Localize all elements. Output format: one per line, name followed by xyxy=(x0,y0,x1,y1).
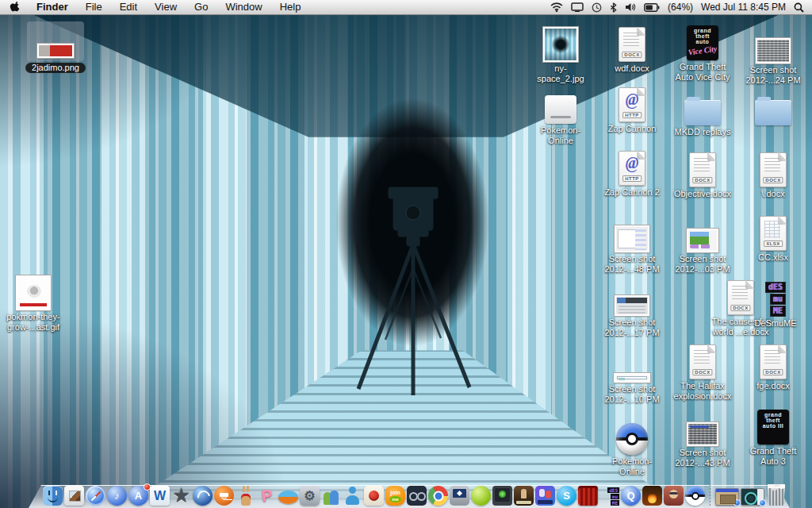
dock-item-dock-separator xyxy=(707,485,714,506)
icon-label: wdf.docx xyxy=(592,64,672,74)
time-machine-icon[interactable] xyxy=(592,2,602,13)
desktop-icon-screenshot-24pm[interactable]: Screen shot2012-...24 PM xyxy=(733,24,812,86)
dock-item-quicktime[interactable]: Q xyxy=(621,486,641,506)
dock-item-minimized-window-1[interactable] xyxy=(715,488,739,506)
dock-item-red-curtain-app[interactable] xyxy=(578,486,598,506)
dock-item-blue-swirl-orb-app[interactable] xyxy=(193,486,213,506)
menu-items: FinderFileEditViewGoWindowHelp xyxy=(28,0,309,14)
dock-item-rabbit-character-game[interactable] xyxy=(236,486,255,506)
icon-label: The Halifaxexplosion.docx xyxy=(663,381,742,402)
shot-window-icon xyxy=(603,213,661,252)
desktop-icon-zap-cannon-2[interactable]: @HTTPZap Cannon 2 xyxy=(592,146,672,198)
webloc-icon: @HTTP xyxy=(603,146,661,186)
quicktime-glyph: Q xyxy=(621,486,641,506)
dock-item-safari[interactable] xyxy=(86,486,105,506)
dock-item-ds-emulator[interactable] xyxy=(450,486,469,506)
desktop-icon-screenshot-03pm[interactable]: Screen shot2012-...03 PM xyxy=(663,213,742,275)
dock-item-paintbrush-p-app[interactable]: P xyxy=(257,486,277,506)
desktop-icon-wdf-docx[interactable]: DOCXwdf.docx xyxy=(592,22,672,74)
icon-label: Objective.docx xyxy=(663,189,742,199)
desktop-icon-pokmon-gif[interactable]: pokmon-they-grow-...ast.gif xyxy=(0,271,73,333)
dock-item-finder[interactable] xyxy=(43,486,63,506)
menu-item-file[interactable]: File xyxy=(77,0,111,14)
apple-menu[interactable] xyxy=(10,2,20,13)
wifi-icon[interactable] xyxy=(550,2,563,12)
desmume-text: mu xyxy=(611,494,619,499)
desktop-icon-halifax-docx[interactable]: DOCXThe Halifaxexplosion.docx xyxy=(663,340,742,402)
desktop-icon-desmume[interactable]: dESmuMEDeSmuME xyxy=(736,277,812,329)
dock-item-messenger[interactable] xyxy=(321,486,341,506)
dock-item-app-store[interactable]: A xyxy=(128,486,148,506)
apple-icon xyxy=(10,2,20,13)
dock-item-rover-game[interactable] xyxy=(214,486,234,506)
battery-percent[interactable]: (64%) xyxy=(668,2,693,13)
dock-item-skype[interactable]: S xyxy=(557,486,576,506)
menu-status-area: (64%) Wed Jul 11 8:45 PM xyxy=(550,2,812,13)
desktop-icon-gta-3[interactable]: grandtheftauto IIIGrand TheftAuto 3 xyxy=(733,405,812,467)
docx-icon: DOCX xyxy=(674,148,731,187)
desktop-icon-pokemon-online-drive[interactable]: Pokemon-Online xyxy=(521,84,600,146)
dock-item-boat-game[interactable] xyxy=(278,486,298,506)
dock-item-desmume-dock[interactable]: dESmuME xyxy=(599,486,619,506)
menu-item-window[interactable]: Window xyxy=(216,0,270,14)
skype-glyph: S xyxy=(557,486,576,506)
dock-item-join-me[interactable]: joinme xyxy=(385,486,405,506)
dock-item-itunes[interactable]: ♪ xyxy=(107,486,127,506)
shot-noise-icon xyxy=(745,24,802,64)
desktop-icon-pokemon-online-app[interactable]: Pokemon-Online xyxy=(592,415,672,477)
dock-item-retro-monitor-app[interactable] xyxy=(492,486,512,506)
desktop-icon-zap-cannon[interactable]: @HTTPZap Cannon xyxy=(592,83,672,134)
dock-item-preview[interactable] xyxy=(64,486,84,506)
desktop-icon-screenshot-17pm[interactable]: Screen shot2012-...17 PM xyxy=(592,276,672,338)
icon-label: Screen shot2012-...17 PM xyxy=(592,318,672,338)
dock-item-trash[interactable] xyxy=(766,484,787,506)
desktop-icon-unnamed-folder[interactable] xyxy=(733,86,812,127)
menu-item-go[interactable]: Go xyxy=(186,0,216,14)
menu-item-view[interactable]: View xyxy=(146,0,186,14)
dock-item-pokemon-online-dock[interactable] xyxy=(685,486,705,506)
icon-label: ny-space_2.jpg xyxy=(521,64,600,84)
desktop-icon-cc-xlsx[interactable]: XLSXCC.xlsx xyxy=(733,211,812,263)
drive-icon xyxy=(532,84,589,124)
thumb-red-icon xyxy=(27,21,84,61)
icon-label: Screen shot2012-...48 PM xyxy=(592,254,672,275)
dock-item-msn-person-app[interactable] xyxy=(343,486,362,506)
icon-label: fge.docx xyxy=(733,381,812,391)
desktop-icon-screenshot-10pm[interactable]: Screen shot2012-...10 PM xyxy=(592,343,672,405)
dock-item-green-orb-emulator[interactable] xyxy=(471,486,491,506)
display-icon[interactable] xyxy=(571,2,584,12)
desktop-icon-screenshot-48pm[interactable]: Screen shot2012-...48 PM xyxy=(592,213,672,275)
icon-label: \.docx xyxy=(733,189,812,199)
desktop-icon-screenshot-43pm[interactable]: Screen shot2012-...43 PM xyxy=(663,406,742,468)
desktop-icon-ny-space-2[interactable]: ny-space_2.jpg xyxy=(521,22,600,84)
icon-label: Pokemon-Online xyxy=(521,125,600,146)
bluetooth-icon[interactable] xyxy=(610,2,617,13)
desktop-icon-mkdd-replays[interactable]: MKDD replays xyxy=(663,86,742,137)
dock-item-goggles-character-game[interactable] xyxy=(664,486,684,506)
icon-label: pokmon-they-grow-...ast.gif xyxy=(0,312,73,333)
docx-icon: DOCX xyxy=(674,340,731,379)
desktop-icon-gta-vice-city[interactable]: grandtheftautoVice CityGrand TheftAuto V… xyxy=(663,21,742,83)
dock-item-system-preferences[interactable]: ⚙ xyxy=(300,486,320,506)
dock-item-goggles-app[interactable] xyxy=(407,486,427,506)
desktop-icon-fge-docx[interactable]: DOCXfge.docx xyxy=(733,340,812,391)
dock-item-flame-game[interactable] xyxy=(642,486,662,506)
desktop-icon-2jadimo[interactable]: 2jadimo.png xyxy=(16,21,95,73)
menu-item-edit[interactable]: Edit xyxy=(111,0,146,14)
menu-clock[interactable]: Wed Jul 11 8:45 PM xyxy=(701,2,786,13)
spotlight-icon[interactable] xyxy=(794,2,804,13)
menu-item-help[interactable]: Help xyxy=(271,0,310,14)
battery-icon[interactable] xyxy=(644,3,660,12)
desktop-icon-objective-docx[interactable]: DOCXObjective.docx xyxy=(663,148,742,199)
desktop-icon-backslash-docx[interactable]: DOCX\.docx xyxy=(733,148,812,199)
menu-item-finder[interactable]: Finder xyxy=(28,0,77,14)
volume-icon[interactable] xyxy=(625,2,636,12)
dock-item-star-app[interactable]: ★ xyxy=(171,486,191,506)
dock-item-fantasy-game[interactable] xyxy=(535,486,555,506)
webloc-icon: @HTTP xyxy=(603,83,661,122)
dock-item-chrome[interactable] xyxy=(428,486,448,506)
dock-item-word[interactable]: W xyxy=(150,486,170,506)
dock-item-angry-birds[interactable] xyxy=(364,486,384,506)
dock-item-adventure-game[interactable] xyxy=(514,486,534,506)
dock-item-minimized-window-2[interactable] xyxy=(741,488,764,506)
